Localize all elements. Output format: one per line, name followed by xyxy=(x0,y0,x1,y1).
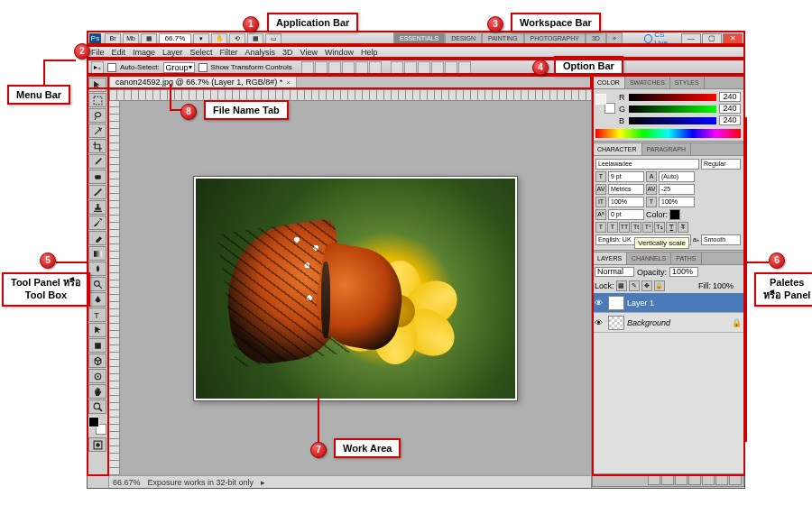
b-value[interactable]: 240 xyxy=(719,115,741,125)
distribute-icon[interactable] xyxy=(431,61,444,74)
g-slider[interactable] xyxy=(629,106,716,113)
adj-icon[interactable] xyxy=(688,475,701,485)
fx-icon[interactable] xyxy=(661,475,674,485)
menu-image[interactable]: Image xyxy=(133,48,155,57)
autoselect-checkbox[interactable] xyxy=(107,63,116,72)
align-icon[interactable] xyxy=(355,61,368,74)
vscale-field[interactable]: 100% xyxy=(608,197,644,207)
menu-file[interactable]: File xyxy=(91,48,105,57)
zoom-tool-icon[interactable] xyxy=(88,399,106,414)
spectrum-ramp[interactable] xyxy=(595,129,741,138)
canvas[interactable] xyxy=(120,101,591,475)
menu-edit[interactable]: Edit xyxy=(112,48,126,57)
smallcaps-icon[interactable]: Tt xyxy=(631,222,641,233)
font-family-dropdown[interactable]: Leelawadee xyxy=(595,159,699,170)
panel-color-swatches[interactable] xyxy=(595,94,615,114)
ruler-horizontal[interactable] xyxy=(109,90,591,101)
dodge-tool-icon[interactable] xyxy=(88,277,106,291)
lasso-tool-icon[interactable] xyxy=(88,108,106,123)
gradient-tool-icon[interactable] xyxy=(88,246,106,261)
tab-paragraph[interactable]: PARAGRAPH xyxy=(642,143,691,155)
lock-paint-icon[interactable]: ✎ xyxy=(629,280,640,291)
underline-icon[interactable]: T̲ xyxy=(666,222,677,233)
align-icon[interactable] xyxy=(328,61,341,74)
layer-name[interactable]: Background xyxy=(627,318,670,327)
stamp-tool-icon[interactable] xyxy=(88,200,106,215)
allcaps-icon[interactable]: TT xyxy=(619,222,630,233)
r-slider[interactable] xyxy=(629,94,716,101)
subscript-icon[interactable]: T₁ xyxy=(654,222,665,233)
minimize-button[interactable]: — xyxy=(681,33,701,44)
mask-icon[interactable] xyxy=(675,475,687,485)
distribute-icon[interactable] xyxy=(445,61,457,74)
faux-italic-icon[interactable]: T xyxy=(607,222,618,233)
zoom-field[interactable]: 66.7% xyxy=(159,33,191,44)
lock-all-icon[interactable]: 🔒 xyxy=(654,280,665,291)
menu-view[interactable]: View xyxy=(300,48,318,57)
shape-tool-icon[interactable] xyxy=(88,338,106,353)
distribute-icon[interactable] xyxy=(418,61,430,74)
bridge-icon[interactable]: Br xyxy=(105,33,121,44)
crop-tool-icon[interactable] xyxy=(88,139,106,153)
r-value[interactable]: 240 xyxy=(719,92,741,102)
layer-row[interactable]: 👁 Layer 1 xyxy=(593,293,743,313)
status-arrow-icon[interactable]: ▸ xyxy=(261,478,265,487)
history-brush-icon[interactable] xyxy=(88,216,106,230)
text-color-swatch[interactable] xyxy=(669,209,680,220)
visibility-icon[interactable]: 👁 xyxy=(595,298,605,308)
status-zoom[interactable]: 66.67% xyxy=(113,478,141,487)
workspace-tab-photography[interactable]: PHOTOGRAPHY xyxy=(524,32,586,45)
link-icon[interactable] xyxy=(648,475,660,485)
layer-row[interactable]: 👁 Background 🔒 xyxy=(593,313,743,333)
workspace-tab-painting[interactable]: PAINTING xyxy=(482,32,524,45)
maximize-button[interactable]: ▢ xyxy=(702,33,722,44)
lock-pos-icon[interactable]: ✥ xyxy=(641,280,652,291)
mini-bridge-icon[interactable]: Mb xyxy=(123,33,139,44)
autoselect-dropdown[interactable]: Group ▾ xyxy=(163,62,195,73)
document-tab[interactable]: canon24592.jpg @ 66.7% (Layer 1, RGB/8#)… xyxy=(109,76,297,89)
layer-name[interactable]: Layer 1 xyxy=(627,298,654,308)
font-size-field[interactable]: 9 pt xyxy=(608,171,644,182)
b-slider[interactable] xyxy=(629,117,716,124)
faux-bold-icon[interactable]: T xyxy=(595,222,606,233)
align-icon[interactable] xyxy=(369,61,382,74)
strike-icon[interactable]: T̶ xyxy=(678,222,688,233)
arrange-icon[interactable]: ▦ xyxy=(247,33,263,44)
layer-thumb[interactable] xyxy=(608,316,624,330)
wand-tool-icon[interactable] xyxy=(88,124,106,138)
menu-layer[interactable]: Layer xyxy=(162,48,183,57)
baseline-field[interactable]: 0 pt xyxy=(608,209,644,220)
superscript-icon[interactable]: T¹ xyxy=(642,222,653,233)
leading-field[interactable]: (Auto) xyxy=(659,171,695,182)
marquee-tool-icon[interactable] xyxy=(88,93,106,107)
align-icon[interactable] xyxy=(301,61,314,74)
3d-tool-icon[interactable] xyxy=(88,354,106,368)
workspace-tab-3d[interactable]: 3D xyxy=(586,32,606,45)
close-tab-icon[interactable]: × xyxy=(286,77,291,88)
move-tool-preset-icon[interactable]: ▸₊ xyxy=(91,61,104,74)
path-select-icon[interactable] xyxy=(88,323,106,337)
font-style-dropdown[interactable]: Regular xyxy=(701,159,741,170)
workspace-tab-essentials[interactable]: ESSENTIALS xyxy=(393,32,445,45)
brush-tool-icon[interactable] xyxy=(88,185,106,199)
distribute-icon[interactable] xyxy=(458,61,471,74)
heal-tool-icon[interactable] xyxy=(88,170,106,184)
rotate-view-icon[interactable]: ⟲ xyxy=(229,33,245,44)
eyedropper-tool-icon[interactable] xyxy=(88,154,106,169)
move-tool-icon[interactable] xyxy=(88,78,106,92)
tab-color[interactable]: COLOR xyxy=(593,77,625,88)
group-icon[interactable] xyxy=(702,475,715,485)
blend-mode-dropdown[interactable]: Normal xyxy=(595,267,634,277)
tab-layers[interactable]: LAYERS xyxy=(593,252,627,264)
opacity-field[interactable]: 100% xyxy=(669,267,698,277)
tab-swatches[interactable]: SWATCHES xyxy=(625,77,670,88)
workspace-tab-design[interactable]: DESIGN xyxy=(445,32,482,45)
kerning-field[interactable]: Metrics xyxy=(608,184,644,195)
menu-help[interactable]: Help xyxy=(361,48,378,57)
cs-live-button[interactable]: CS Live xyxy=(644,31,678,47)
g-value[interactable]: 240 xyxy=(719,104,741,114)
hand-tool-icon[interactable]: ✋ xyxy=(211,33,227,44)
3d-camera-icon[interactable] xyxy=(88,369,106,383)
close-button[interactable]: ✕ xyxy=(723,33,743,44)
screen-mode-icon[interactable]: ▭ xyxy=(265,33,281,44)
